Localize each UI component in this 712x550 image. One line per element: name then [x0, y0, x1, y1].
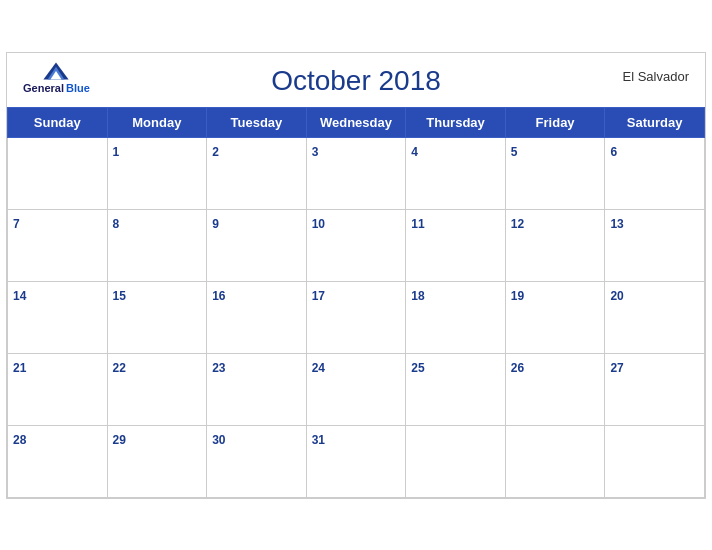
day-number: 20: [610, 289, 623, 303]
calendar-week-row: 78910111213: [8, 209, 705, 281]
day-number: 13: [610, 217, 623, 231]
day-number: 23: [212, 361, 225, 375]
calendar-title: October 2018: [271, 65, 441, 97]
calendar-day-cell: 19: [505, 281, 605, 353]
day-number: 1: [113, 145, 120, 159]
col-saturday: Saturday: [605, 107, 705, 137]
calendar-day-cell: 7: [8, 209, 108, 281]
day-number: 16: [212, 289, 225, 303]
calendar-day-cell: 11: [406, 209, 506, 281]
calendar-week-row: 14151617181920: [8, 281, 705, 353]
day-number: 6: [610, 145, 617, 159]
calendar-day-cell: 12: [505, 209, 605, 281]
day-number: 24: [312, 361, 325, 375]
calendar-day-cell: 13: [605, 209, 705, 281]
calendar-day-cell: 22: [107, 353, 207, 425]
calendar-body: 1234567891011121314151617181920212223242…: [8, 137, 705, 497]
col-thursday: Thursday: [406, 107, 506, 137]
calendar-day-cell: 2: [207, 137, 307, 209]
calendar-day-cell: 1: [107, 137, 207, 209]
calendar-day-cell: 9: [207, 209, 307, 281]
day-number: 12: [511, 217, 524, 231]
day-number: 10: [312, 217, 325, 231]
calendar-table: Sunday Monday Tuesday Wednesday Thursday…: [7, 107, 705, 498]
calendar-week-row: 28293031: [8, 425, 705, 497]
calendar-day-cell: 23: [207, 353, 307, 425]
calendar-day-cell: 20: [605, 281, 705, 353]
calendar-day-cell: 27: [605, 353, 705, 425]
day-number: 4: [411, 145, 418, 159]
day-number: 3: [312, 145, 319, 159]
col-wednesday: Wednesday: [306, 107, 406, 137]
calendar-day-cell: [406, 425, 506, 497]
day-number: 15: [113, 289, 126, 303]
day-number: 30: [212, 433, 225, 447]
day-number: 7: [13, 217, 20, 231]
day-number: 26: [511, 361, 524, 375]
day-number: 19: [511, 289, 524, 303]
calendar-day-cell: 18: [406, 281, 506, 353]
calendar-header-row: Sunday Monday Tuesday Wednesday Thursday…: [8, 107, 705, 137]
calendar-header: General Blue October 2018 El Salvador: [7, 53, 705, 101]
calendar-day-cell: 10: [306, 209, 406, 281]
day-number: 2: [212, 145, 219, 159]
calendar-day-cell: 29: [107, 425, 207, 497]
calendar-week-row: 21222324252627: [8, 353, 705, 425]
calendar-container: General Blue October 2018 El Salvador Su…: [6, 52, 706, 499]
calendar-day-cell: 15: [107, 281, 207, 353]
day-number: 25: [411, 361, 424, 375]
col-tuesday: Tuesday: [207, 107, 307, 137]
day-number: 29: [113, 433, 126, 447]
col-sunday: Sunday: [8, 107, 108, 137]
calendar-day-cell: 3: [306, 137, 406, 209]
col-friday: Friday: [505, 107, 605, 137]
day-number: 31: [312, 433, 325, 447]
calendar-week-row: 123456: [8, 137, 705, 209]
day-number: 17: [312, 289, 325, 303]
day-number: 11: [411, 217, 424, 231]
calendar-day-cell: 4: [406, 137, 506, 209]
col-monday: Monday: [107, 107, 207, 137]
calendar-day-cell: 21: [8, 353, 108, 425]
calendar-day-cell: 16: [207, 281, 307, 353]
day-number: 5: [511, 145, 518, 159]
day-number: 14: [13, 289, 26, 303]
calendar-day-cell: 30: [207, 425, 307, 497]
calendar-day-cell: [605, 425, 705, 497]
calendar-day-cell: 17: [306, 281, 406, 353]
day-number: 22: [113, 361, 126, 375]
logo-general-text: General: [23, 82, 64, 94]
calendar-day-cell: 24: [306, 353, 406, 425]
logo-blue-text: Blue: [66, 82, 90, 94]
day-number: 28: [13, 433, 26, 447]
logo-area: General Blue: [23, 61, 90, 94]
calendar-day-cell: 26: [505, 353, 605, 425]
generalblue-logo-icon: [42, 61, 70, 81]
calendar-day-cell: 31: [306, 425, 406, 497]
day-number: 27: [610, 361, 623, 375]
day-number: 18: [411, 289, 424, 303]
calendar-day-cell: [8, 137, 108, 209]
day-number: 8: [113, 217, 120, 231]
day-number: 21: [13, 361, 26, 375]
calendar-day-cell: 6: [605, 137, 705, 209]
day-number: 9: [212, 217, 219, 231]
calendar-day-cell: 14: [8, 281, 108, 353]
calendar-day-cell: 5: [505, 137, 605, 209]
calendar-day-cell: 28: [8, 425, 108, 497]
calendar-day-cell: 8: [107, 209, 207, 281]
calendar-day-cell: 25: [406, 353, 506, 425]
country-label: El Salvador: [623, 69, 689, 84]
calendar-day-cell: [505, 425, 605, 497]
